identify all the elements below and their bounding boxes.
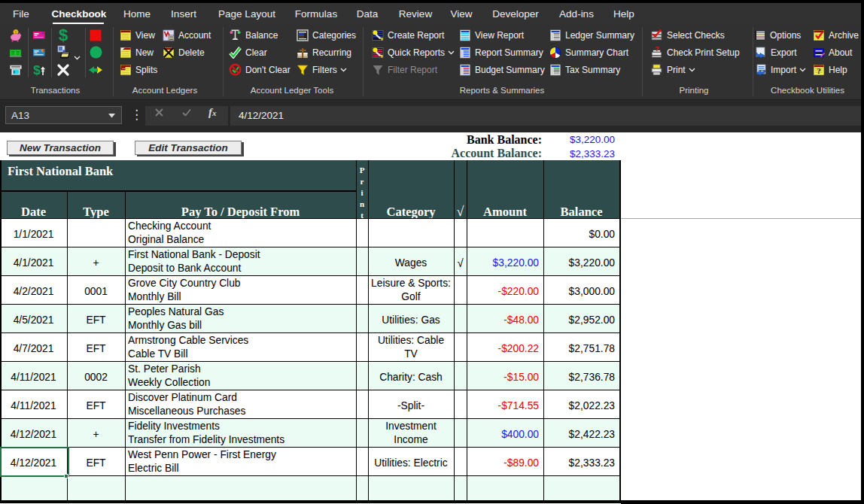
svg-text:?: ? <box>817 67 820 75</box>
svg-text:?: ? <box>655 46 659 53</box>
svg-text:$: $ <box>59 27 68 44</box>
svg-text:$: $ <box>33 63 41 77</box>
